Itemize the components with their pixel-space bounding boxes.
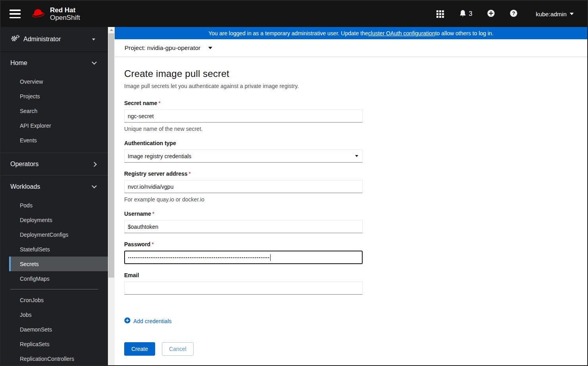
email-input[interactable] <box>124 282 363 295</box>
nav-toggle-button[interactable] <box>10 10 21 18</box>
registry-address-help: For example quay.io or docker.io <box>124 196 363 203</box>
page-title: Create image pull secret <box>124 68 363 79</box>
secret-name-label: Secret name* <box>124 100 363 106</box>
notification-count: 3 <box>469 10 473 17</box>
email-label: Email <box>124 272 363 278</box>
secret-name-input[interactable] <box>124 109 363 123</box>
app-launcher-grid-icon <box>436 10 444 18</box>
bell-icon <box>459 10 467 18</box>
sidebar-item-replicationcontrollers[interactable]: ReplicationControllers <box>9 351 108 365</box>
text-cursor <box>270 254 271 261</box>
brand-logo[interactable]: Red Hat OpenShift <box>29 6 80 22</box>
chevron-down-icon <box>92 183 97 188</box>
sidebar-item-overview[interactable]: Overview <box>9 74 108 89</box>
hamburger-icon <box>10 10 21 11</box>
add-credentials-button[interactable]: Add credentials <box>124 317 172 325</box>
sidebar-item-replicasets[interactable]: ReplicaSets <box>9 337 108 351</box>
help-button[interactable]: ? <box>510 10 517 18</box>
sidebar-item-jobs[interactable]: Jobs <box>9 307 108 322</box>
nav-group-home-label: Home <box>10 59 27 67</box>
app-launcher-button[interactable] <box>436 10 444 18</box>
secret-name-group: Secret name* Unique name of the new secr… <box>124 100 363 132</box>
perspective-switcher[interactable]: Administrator <box>1 27 108 52</box>
required-asterisk: * <box>152 241 154 247</box>
sidebar-item-pods[interactable]: Pods <box>9 198 108 213</box>
registry-address-group: Registry server address* For example qua… <box>124 171 363 203</box>
sidebar-item-search[interactable]: Search <box>9 103 108 118</box>
sidebar-item-daemonsets[interactable]: DaemonSets <box>9 322 108 337</box>
password-label: Password* <box>124 241 363 247</box>
auth-type-label: Authentication type <box>124 140 363 146</box>
required-asterisk: * <box>158 100 160 106</box>
nav-group-workloads-label: Workloads <box>10 183 40 190</box>
form-actions: Create Cancel <box>124 342 363 356</box>
perspective-label: Administrator <box>23 36 61 43</box>
plus-circle-icon <box>487 10 495 18</box>
cancel-button[interactable]: Cancel <box>162 342 194 356</box>
username-label: Username* <box>124 211 363 217</box>
email-group: Email <box>124 272 363 295</box>
project-bar: Project: nvidia-gpu-operator <box>115 39 587 57</box>
nav-group-operators-label: Operators <box>10 161 38 168</box>
nav-section-operators: Operators <box>1 153 108 176</box>
brand-line1: Red Hat <box>50 7 80 14</box>
nav-divider <box>10 289 98 289</box>
sidebar-scrollbar[interactable] <box>108 27 115 365</box>
nav-section-home: Home Overview Projects Search API Explor… <box>1 52 108 153</box>
banner-text: You are logged in as a temporary adminis… <box>208 30 368 36</box>
question-circle-icon: ? <box>510 10 517 18</box>
sidebar-item-cronjobs[interactable]: CronJobs <box>9 293 108 307</box>
password-input[interactable]: ••••••••••••••••••••••••••••••••••••••••… <box>124 251 363 264</box>
redhat-fedora-icon <box>29 6 47 22</box>
sidebar-item-statefulsets[interactable]: StatefulSets <box>9 242 108 257</box>
nav-group-home[interactable]: Home <box>1 52 108 74</box>
banner-text-after: to allow others to log in. <box>435 30 494 36</box>
required-asterisk: * <box>189 171 191 177</box>
user-menu[interactable]: kube:admin <box>536 11 574 17</box>
scrollbar-thumb[interactable] <box>108 33 114 278</box>
auth-type-group: Authentication type Image registry crede… <box>124 140 363 163</box>
sidebar-item-deployments[interactable]: Deployments <box>9 213 108 227</box>
secret-name-help: Unique name of the new secret. <box>124 126 363 132</box>
scrollbar-up-arrow[interactable] <box>108 27 115 33</box>
caret-down-icon <box>92 38 95 40</box>
create-button[interactable]: Create <box>124 342 155 356</box>
nav-group-operators[interactable]: Operators <box>1 153 108 175</box>
plus-circle-icon <box>124 317 131 325</box>
nav-section-workloads: Workloads Pods Deployments DeploymentCon… <box>1 176 108 365</box>
sidebar-item-projects[interactable]: Projects <box>9 89 108 103</box>
registry-address-input[interactable] <box>124 180 363 193</box>
chevron-right-icon <box>92 162 97 167</box>
caret-down-icon[interactable] <box>208 47 212 49</box>
main-content: You are logged in as a temporary adminis… <box>115 27 587 365</box>
login-notice-banner: You are logged in as a temporary adminis… <box>115 27 587 39</box>
brand-line2: OpenShift <box>50 14 80 21</box>
sidebar-nav: Administrator Home Overview Projects Sea… <box>1 27 108 365</box>
username-input[interactable] <box>124 220 363 233</box>
add-credentials-label: Add credentials <box>133 318 172 324</box>
notifications-button[interactable]: 3 <box>459 10 473 18</box>
auth-type-select[interactable]: Image registry credentials <box>124 149 363 163</box>
username-group: Username* <box>124 211 363 233</box>
brand-text: Red Hat OpenShift <box>50 7 80 21</box>
sidebar-item-events[interactable]: Events <box>9 133 108 148</box>
sidebar-item-configmaps[interactable]: ConfigMaps <box>9 271 108 286</box>
masthead-utilities: 3 ? ku <box>436 10 574 18</box>
password-group: Password* ••••••••••••••••••••••••••••••… <box>124 241 363 264</box>
nav-group-workloads[interactable]: Workloads <box>1 176 108 198</box>
svg-text:?: ? <box>512 11 515 16</box>
auth-type-selected-value: Image registry credentials <box>128 153 191 159</box>
cogs-icon <box>11 34 19 44</box>
project-selector[interactable]: Project: nvidia-gpu-operator <box>125 44 200 52</box>
sidebar-item-deploymentconfigs[interactable]: DeploymentConfigs <box>9 227 108 242</box>
cluster-oauth-configuration-link[interactable]: cluster OAuth configuration <box>368 30 435 36</box>
sidebar-item-api-explorer[interactable]: API Explorer <box>9 118 108 133</box>
registry-address-label: Registry server address* <box>124 171 363 177</box>
chevron-down-icon <box>92 59 97 65</box>
app-body: Administrator Home Overview Projects Sea… <box>1 27 587 365</box>
sidebar-item-secrets[interactable]: Secrets <box>9 257 108 271</box>
username: kube:admin <box>536 11 567 17</box>
required-asterisk: * <box>152 211 154 217</box>
import-button[interactable] <box>487 10 495 18</box>
password-masked-value: ••••••••••••••••••••••••••••••••••••••••… <box>128 255 270 260</box>
